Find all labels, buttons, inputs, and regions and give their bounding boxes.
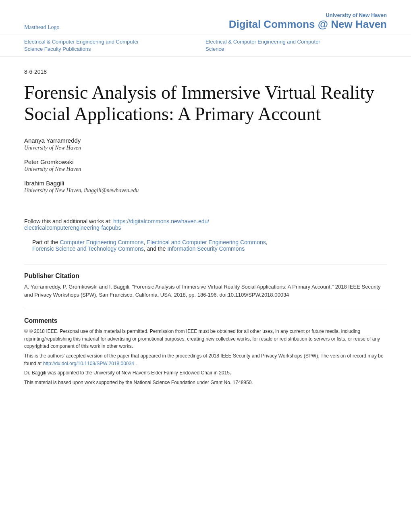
author-name-2: Peter Gromkowski	[24, 158, 387, 165]
commons-link-1[interactable]: Computer Engineering Commons	[60, 239, 143, 245]
publisher-citation-title: Publisher Citation	[24, 272, 387, 280]
follow-section: Follow this and additional works at: htt…	[24, 218, 387, 231]
comments-paragraph-3: Dr. Baggili was appointed to the Univers…	[24, 369, 387, 377]
comments-paragraph-1: © © 2018 IEEE. Personal use of this mate…	[24, 328, 387, 350]
author-name-3: Ibrahim Baggili	[24, 180, 387, 187]
commons-link-2[interactable]: Electrical and Computer Engineering Comm…	[147, 239, 266, 245]
comments-section: Comments © © 2018 IEEE. Personal use of …	[24, 317, 387, 386]
author-name-1: Ananya Yarramreddy	[24, 137, 387, 144]
part-of-label: Part of the	[32, 239, 60, 245]
comments-title: Comments	[24, 317, 387, 324]
author-block-2: Peter Gromkowski University of New Haven	[24, 158, 387, 172]
nav-link-right[interactable]: Electrical & Computer Engineering and Co…	[206, 38, 387, 53]
masthead-logo-text: Masthead Logo	[24, 24, 59, 30]
masthead-logo-link[interactable]: Masthead Logo	[24, 24, 59, 31]
nav-link-left[interactable]: Electrical & Computer Engineering and Co…	[24, 38, 206, 53]
author-affiliation-1: University of New Haven	[24, 145, 387, 151]
main-content: 8-6-2018 Forensic Analysis of Immersive …	[0, 56, 411, 404]
publisher-citation-text: A. Yarramreddy, P. Gromkowski and I. Bag…	[24, 283, 387, 299]
comments-paragraph-2: This is the authors' accepted version of…	[24, 352, 387, 367]
article-date: 8-6-2018	[24, 69, 387, 75]
part-of-section: Part of the Computer Engineering Commons…	[24, 239, 387, 252]
article-title: Forensic Analysis of Immersive Virtual R…	[24, 82, 387, 125]
header: Masthead Logo University of New Haven Di…	[0, 0, 411, 35]
digital-commons-brand: University of New Haven Digital Commons …	[229, 12, 387, 31]
author-affiliation-2: University of New Haven	[24, 166, 387, 172]
doi-link[interactable]: http://dx.doi.org/10.1109/SPW.2018.00034	[43, 361, 134, 366]
nav-left-line1: Electrical & Computer Engineering and Co…	[24, 39, 139, 45]
university-name: University of New Haven	[229, 12, 387, 18]
nav-right-line1: Electrical & Computer Engineering and Co…	[206, 39, 320, 45]
follow-label: Follow this and additional works at:	[24, 218, 113, 224]
nav-left-line2: Science Faculty Publications	[24, 46, 91, 52]
page: Masthead Logo University of New Haven Di…	[0, 0, 411, 532]
divider-1	[24, 264, 387, 264]
commons-link-4[interactable]: Information Security Commons	[167, 245, 245, 252]
divider-2	[24, 309, 387, 309]
nav-right-col: Electrical & Computer Engineering and Co…	[206, 38, 387, 53]
nav-links: Electrical & Computer Engineering and Co…	[0, 35, 411, 56]
comments-paragraph-4: This material is based upon work support…	[24, 379, 387, 387]
nav-left-col: Electrical & Computer Engineering and Co…	[24, 38, 206, 53]
author-block-1: Ananya Yarramreddy University of New Hav…	[24, 137, 387, 151]
author-affiliation-3: University of New Haven, ibaggili@newhav…	[24, 187, 387, 194]
digital-commons-title: Digital Commons @ New Haven	[229, 18, 387, 31]
publisher-citation-section: Publisher Citation A. Yarramreddy, P. Gr…	[24, 272, 387, 299]
nav-right-line2: Science	[206, 46, 224, 52]
commons-link-3[interactable]: Forensic Science and Technology Commons	[32, 245, 144, 252]
author-block-3: Ibrahim Baggili University of New Haven,…	[24, 180, 387, 194]
